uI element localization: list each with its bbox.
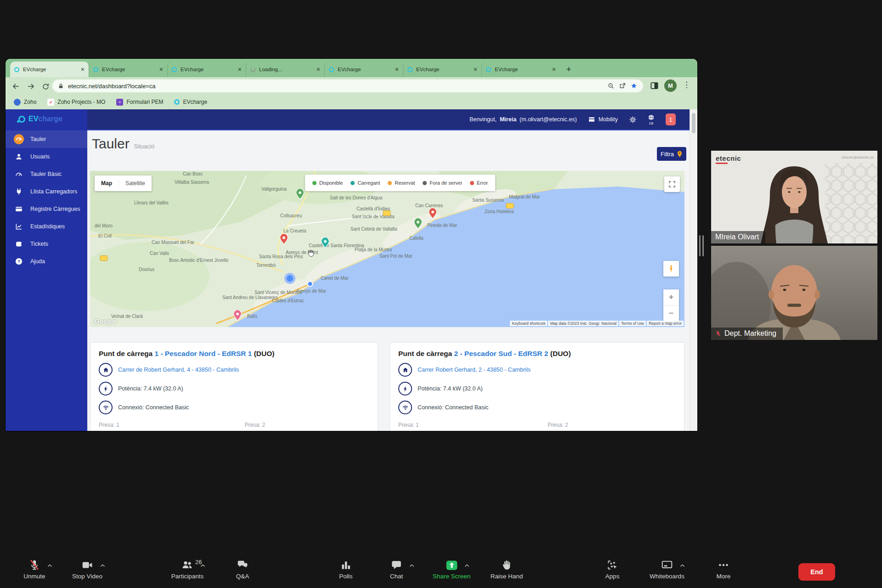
tab-close-icon[interactable]: ×: [317, 67, 320, 72]
google-map[interactable]: Can BoscVillalba SasserraVallgorguinaLli…: [90, 171, 684, 327]
page-scrollbar[interactable]: [690, 109, 697, 431]
profile-avatar[interactable]: M: [664, 79, 677, 92]
end-meeting-button[interactable]: End: [798, 563, 835, 581]
sidebar-item-label: Tauler Bàsic: [30, 171, 62, 177]
chevron-up-icon[interactable]: [409, 562, 415, 571]
side-panel-button[interactable]: [650, 81, 659, 92]
tab-close-icon[interactable]: ×: [474, 67, 477, 72]
side-panel-icon: [650, 81, 659, 90]
map-place-label: Can Carreres: [415, 203, 443, 208]
presa-column: Presa: 1 Disponible: [398, 422, 526, 431]
zoom-page-icon[interactable]: [607, 82, 615, 90]
charge-point-link[interactable]: 2 - Pescador Sud - EdRSR 2: [454, 350, 548, 357]
browser-menu-kebab-icon[interactable]: ⋮: [683, 80, 690, 90]
tab-close-icon[interactable]: ×: [159, 67, 163, 72]
map-place-label: Santa Susanna: [472, 198, 504, 203]
forward-button[interactable]: [25, 80, 37, 92]
sidebar-item-llista-carregadors[interactable]: Llista Carregadors: [6, 183, 87, 200]
panel-resize-handle[interactable]: [699, 235, 704, 256]
bookmark-item[interactable]: EVcharge: [174, 99, 207, 105]
browser-tab[interactable]: EVcharge ×: [89, 62, 167, 77]
sidebar-item-usuaris[interactable]: Usuaris: [6, 148, 87, 165]
map-attribution-item[interactable]: Report a map error: [647, 321, 684, 326]
reload-button[interactable]: [40, 80, 51, 92]
bookmark-item[interactable]: ≡ Formulari PEM: [116, 99, 163, 106]
arrow-left-icon: [12, 82, 20, 90]
sidebar-item-tauler-b-sic[interactable]: Tauler Bàsic: [6, 165, 87, 183]
tab-close-icon[interactable]: ×: [238, 67, 242, 72]
map-type-map[interactable]: Map: [95, 180, 119, 187]
notification-badge[interactable]: 1: [666, 113, 676, 125]
toolbar-stop-video-button[interactable]: Stop Video: [53, 558, 122, 580]
sidebar-item-label: Registre Càrregues: [30, 206, 80, 212]
browser-tab[interactable]: EVcharge ×: [167, 62, 246, 77]
map-type-satellite[interactable]: Satellite: [119, 180, 152, 187]
map-attribution-item[interactable]: Map data ©2023 Inst. Geogr. Nacional: [548, 321, 618, 326]
browser-tab[interactable]: EVcharge ×: [324, 62, 403, 77]
filter-button[interactable]: Filtra: [657, 147, 686, 161]
chevron-up-icon[interactable]: [100, 562, 106, 571]
back-button[interactable]: [10, 80, 22, 92]
map-attribution-item[interactable]: Terms of Use: [619, 321, 646, 326]
map-place-label: Arenys de Mar: [296, 288, 327, 294]
map-place-label: Canet de Mar: [321, 276, 349, 281]
chevron-up-icon[interactable]: [200, 562, 206, 571]
bookmark-item[interactable]: ✓ Zoho Projects - MO: [47, 99, 105, 106]
toolbar-more-button[interactable]: More: [689, 558, 758, 580]
map-place-label: Vallgorguina: [261, 187, 287, 192]
map-cluster-marker[interactable]: [286, 274, 294, 283]
presa-column: Presa: 1 Disponible: [99, 422, 224, 431]
bookmark-star-icon[interactable]: [630, 82, 638, 90]
toolbar-q-a-button[interactable]: Q&A: [208, 558, 277, 580]
charge-point-address-link[interactable]: Carrer Robert Gerhard, 2 - 43850 - Cambr…: [418, 367, 531, 373]
google-logo[interactable]: Google: [95, 318, 117, 325]
mobility-menu[interactable]: Mobility: [588, 116, 618, 123]
sidebar-item-estad-stiques[interactable]: Estadístiques: [6, 218, 87, 235]
language-selector[interactable]: ca: [648, 114, 655, 125]
dashboard-icon: [13, 134, 24, 145]
participant-video-mireia[interactable]: etecnic etecnic@etecnic.es MIreia Olivar…: [711, 151, 877, 243]
tab-close-icon[interactable]: ×: [81, 67, 85, 72]
browser-tab[interactable]: EVcharge ×: [481, 62, 560, 77]
map-place-label: Malgrat de Mar: [509, 194, 540, 199]
presa-label: Presa: 1: [99, 422, 224, 431]
charge-point-link[interactable]: 1 - Pescador Nord - EdRSR 1: [154, 350, 252, 357]
charge-point-title: Punt de càrrega 1 - Pescador Nord - EdRS…: [99, 350, 369, 358]
etecnic-logo: etecnic: [716, 154, 741, 164]
language-code: ca: [649, 121, 653, 125]
tab-title: EVcharge: [181, 67, 234, 72]
new-tab-button[interactable]: +: [563, 63, 575, 75]
evcharge-logo[interactable]: EVcharge: [6, 109, 87, 127]
sidebar-item-ajuda[interactable]: ? Ajuda: [6, 253, 87, 270]
scrollbar-thumb[interactable]: [692, 113, 695, 133]
sidebar-item-tickets[interactable]: Tickets: [6, 235, 87, 253]
share-page-icon[interactable]: [619, 82, 626, 90]
tab-close-icon[interactable]: ×: [552, 67, 556, 72]
map-place-label: Santa Rosa dels Pins: [259, 254, 303, 259]
sidebar-item-tauler[interactable]: Tauler: [6, 130, 87, 148]
fullscreen-button[interactable]: [664, 176, 680, 192]
settings-button[interactable]: [629, 116, 637, 124]
sidebar-item-label: Usuaris: [30, 153, 50, 160]
charge-point-address-link[interactable]: Carrer de Robert Gerhard, 4 - 43850 - Ca…: [118, 367, 239, 373]
browser-tab[interactable]: EVcharge ×: [403, 62, 481, 77]
sidebar-item-registre-c-rregues[interactable]: Registre Càrregues: [6, 200, 87, 218]
toolbar-raise-hand-button[interactable]: Raise Hand: [472, 558, 541, 580]
legend-status-dot: [423, 181, 427, 185]
chevron-up-icon[interactable]: [679, 562, 685, 571]
browser-tab[interactable]: Loading... ×: [246, 62, 324, 77]
zoom-in-button[interactable]: +: [663, 290, 679, 305]
map-legend: Disponible Carregant Reservat Fora de se…: [305, 175, 495, 191]
chevron-up-icon[interactable]: [47, 562, 53, 571]
chevron-up-icon[interactable]: [464, 562, 470, 571]
map-attribution-item[interactable]: Keyboard shortcuts: [510, 321, 547, 326]
url-bar[interactable]: etecnic.net/dashboard?locale=ca: [52, 79, 643, 92]
tab-close-icon[interactable]: ×: [395, 67, 399, 72]
zoom-out-button[interactable]: −: [663, 305, 679, 321]
bookmark-item[interactable]: Zoho: [14, 99, 36, 106]
participant-video-marketing[interactable]: Dept. Marketing: [711, 246, 877, 340]
map-dot-marker[interactable]: [308, 282, 313, 287]
browser-tab[interactable]: EVcharge ×: [10, 62, 89, 77]
participant-illustration: [711, 151, 877, 243]
pegman-button[interactable]: [663, 261, 679, 277]
